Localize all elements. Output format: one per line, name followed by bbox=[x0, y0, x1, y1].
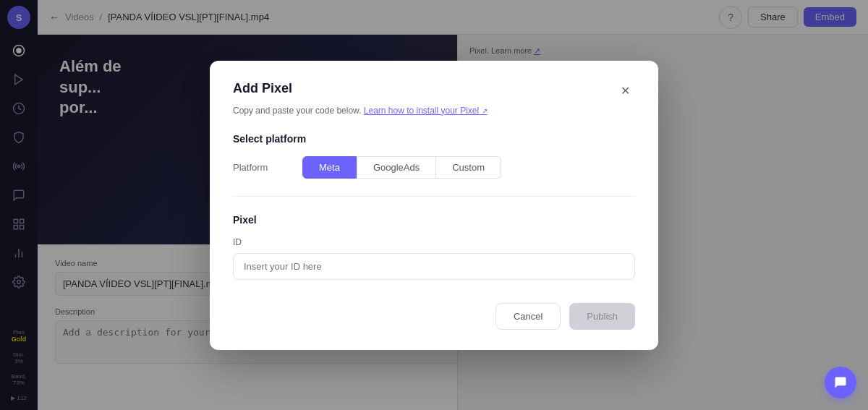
platform-googleads-button[interactable]: GoogleAds bbox=[357, 156, 436, 179]
modal-header: Add Pixel ✕ bbox=[233, 81, 635, 101]
modal-title: Add Pixel bbox=[233, 81, 292, 96]
modal-overlay: Add Pixel ✕ Copy and paste your code bel… bbox=[0, 0, 868, 410]
section-divider bbox=[233, 196, 635, 197]
id-field-label: ID bbox=[233, 237, 635, 247]
add-pixel-modal: Add Pixel ✕ Copy and paste your code bel… bbox=[210, 61, 658, 350]
chat-bubble[interactable] bbox=[825, 367, 856, 398]
modal-subtitle: Copy and paste your code below. Learn ho… bbox=[233, 106, 635, 116]
platform-meta-button[interactable]: Meta bbox=[302, 156, 357, 179]
modal-close-button[interactable]: ✕ bbox=[615, 81, 635, 101]
platform-custom-button[interactable]: Custom bbox=[436, 156, 501, 179]
install-pixel-link[interactable]: Learn how to install your Pixel ↗ bbox=[364, 106, 488, 116]
platform-row: Platform Meta GoogleAds Custom bbox=[233, 156, 635, 179]
select-platform-title: Select platform bbox=[233, 133, 635, 145]
modal-footer: Cancel Publish bbox=[233, 303, 635, 330]
platform-label: Platform bbox=[233, 162, 291, 173]
cancel-button[interactable]: Cancel bbox=[495, 303, 561, 330]
external-link-icon: ↗ bbox=[482, 107, 488, 115]
platform-buttons: Meta GoogleAds Custom bbox=[302, 156, 501, 179]
pixel-id-input[interactable] bbox=[233, 253, 635, 280]
pixel-section-title: Pixel bbox=[233, 214, 635, 226]
publish-button[interactable]: Publish bbox=[569, 303, 635, 330]
